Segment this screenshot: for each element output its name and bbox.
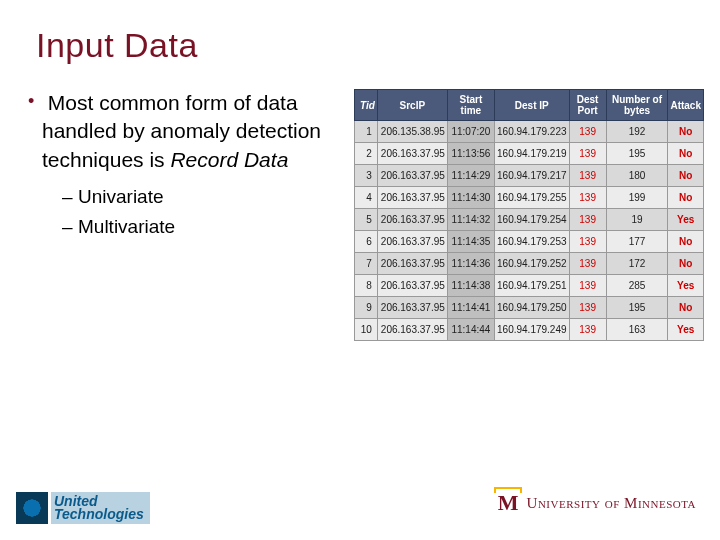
cell-srcip: 206.163.37.95 — [377, 187, 447, 209]
cell-srcip: 206.163.37.95 — [377, 275, 447, 297]
cog-icon — [16, 492, 48, 524]
umn-logo: M University of Minnesota — [498, 490, 696, 516]
table-header-row: Tid SrcIP Start time Dest IP Dest Port N… — [355, 90, 704, 121]
cell-srcip: 206.163.37.95 — [377, 143, 447, 165]
cell-destport: 139 — [569, 297, 606, 319]
cell-destip: 160.94.179.254 — [495, 209, 570, 231]
slide-title: Input Data — [0, 0, 720, 65]
col-start-time: Start time — [447, 90, 494, 121]
cell-srcip: 206.163.37.95 — [377, 231, 447, 253]
cell-start-time: 11:14:41 — [447, 297, 494, 319]
cell-nbytes: 163 — [606, 319, 668, 341]
cell-destip: 160.94.179.255 — [495, 187, 570, 209]
footer: UnitedTechnologies M University of Minne… — [0, 484, 720, 524]
cell-tid: 1 — [355, 121, 378, 143]
cell-nbytes: 199 — [606, 187, 668, 209]
cell-srcip: 206.163.37.95 — [377, 297, 447, 319]
table-row: 6206.163.37.9511:14:35160.94.179.2531391… — [355, 231, 704, 253]
col-destport: Dest Port — [569, 90, 606, 121]
cell-destip: 160.94.179.251 — [495, 275, 570, 297]
cell-attack: No — [668, 187, 704, 209]
cell-tid: 6 — [355, 231, 378, 253]
cell-destport: 139 — [569, 165, 606, 187]
cell-destip: 160.94.179.217 — [495, 165, 570, 187]
cell-destip: 160.94.179.219 — [495, 143, 570, 165]
umn-m-icon: M — [498, 490, 519, 516]
cell-attack: Yes — [668, 209, 704, 231]
col-srcip: SrcIP — [377, 90, 447, 121]
table-row: 7206.163.37.9511:14:36160.94.179.2521391… — [355, 253, 704, 275]
cell-attack: No — [668, 165, 704, 187]
cell-srcip: 206.135.38.95 — [377, 121, 447, 143]
united-technologies-text: UnitedTechnologies — [51, 492, 150, 523]
cell-nbytes: 177 — [606, 231, 668, 253]
table-row: 8206.163.37.9511:14:38160.94.179.2511392… — [355, 275, 704, 297]
cell-destip: 160.94.179.249 — [495, 319, 570, 341]
cell-nbytes: 180 — [606, 165, 668, 187]
united-technologies-logo: UnitedTechnologies — [16, 492, 150, 524]
cell-tid: 10 — [355, 319, 378, 341]
cell-destip: 160.94.179.252 — [495, 253, 570, 275]
cell-start-time: 11:13:56 — [447, 143, 494, 165]
cell-destip: 160.94.179.253 — [495, 231, 570, 253]
cell-start-time: 11:14:44 — [447, 319, 494, 341]
cell-start-time: 11:07:20 — [447, 121, 494, 143]
cell-nbytes: 285 — [606, 275, 668, 297]
umn-text: University of Minnesota — [527, 495, 696, 512]
content-area: Most common form of data handled by anom… — [0, 65, 720, 341]
table-row: 4206.163.37.9511:14:30160.94.179.2551391… — [355, 187, 704, 209]
cell-attack: No — [668, 121, 704, 143]
cell-attack: No — [668, 297, 704, 319]
table-row: 3206.163.37.9511:14:29160.94.179.2171391… — [355, 165, 704, 187]
cell-tid: 8 — [355, 275, 378, 297]
record-data-table: Tid SrcIP Start time Dest IP Dest Port N… — [354, 89, 704, 341]
cell-srcip: 206.163.37.95 — [377, 165, 447, 187]
cell-tid: 4 — [355, 187, 378, 209]
cell-destport: 139 — [569, 209, 606, 231]
cell-start-time: 11:14:36 — [447, 253, 494, 275]
cell-destport: 139 — [569, 143, 606, 165]
bullet-sub-univariate: Univariate — [78, 182, 344, 212]
table-row: 2206.163.37.9511:13:56160.94.179.2191391… — [355, 143, 704, 165]
cell-srcip: 206.163.37.95 — [377, 319, 447, 341]
cell-start-time: 11:14:29 — [447, 165, 494, 187]
cell-destport: 139 — [569, 275, 606, 297]
table-row: 1206.135.38.9511:07:20160.94.179.2231391… — [355, 121, 704, 143]
cell-destip: 160.94.179.250 — [495, 297, 570, 319]
cell-nbytes: 192 — [606, 121, 668, 143]
table-row: 9206.163.37.9511:14:41160.94.179.2501391… — [355, 297, 704, 319]
col-tid: Tid — [355, 90, 378, 121]
col-destip: Dest IP — [495, 90, 570, 121]
cell-srcip: 206.163.37.95 — [377, 209, 447, 231]
cell-tid: 3 — [355, 165, 378, 187]
cell-srcip: 206.163.37.95 — [377, 253, 447, 275]
cell-destport: 139 — [569, 121, 606, 143]
cell-nbytes: 195 — [606, 297, 668, 319]
cell-destport: 139 — [569, 231, 606, 253]
col-nbytes: Number of bytes — [606, 90, 668, 121]
bullet-main: Most common form of data handled by anom… — [42, 89, 344, 243]
cell-nbytes: 172 — [606, 253, 668, 275]
cell-start-time: 11:14:38 — [447, 275, 494, 297]
cell-tid: 7 — [355, 253, 378, 275]
cell-attack: No — [668, 231, 704, 253]
cell-destport: 139 — [569, 253, 606, 275]
cell-tid: 5 — [355, 209, 378, 231]
data-table-area: Tid SrcIP Start time Dest IP Dest Port N… — [354, 89, 704, 341]
cell-destport: 139 — [569, 319, 606, 341]
cell-start-time: 11:14:30 — [447, 187, 494, 209]
cell-attack: No — [668, 143, 704, 165]
col-attack: Attack — [668, 90, 704, 121]
cell-attack: No — [668, 253, 704, 275]
cell-nbytes: 195 — [606, 143, 668, 165]
cell-tid: 9 — [355, 297, 378, 319]
bullet-list-area: Most common form of data handled by anom… — [24, 89, 344, 341]
cell-start-time: 11:14:35 — [447, 231, 494, 253]
cell-destport: 139 — [569, 187, 606, 209]
cell-tid: 2 — [355, 143, 378, 165]
cell-nbytes: 19 — [606, 209, 668, 231]
table-row: 10206.163.37.9511:14:44160.94.179.249139… — [355, 319, 704, 341]
bullet-main-emph: Record Data — [170, 148, 288, 171]
cell-destip: 160.94.179.223 — [495, 121, 570, 143]
cell-attack: Yes — [668, 275, 704, 297]
